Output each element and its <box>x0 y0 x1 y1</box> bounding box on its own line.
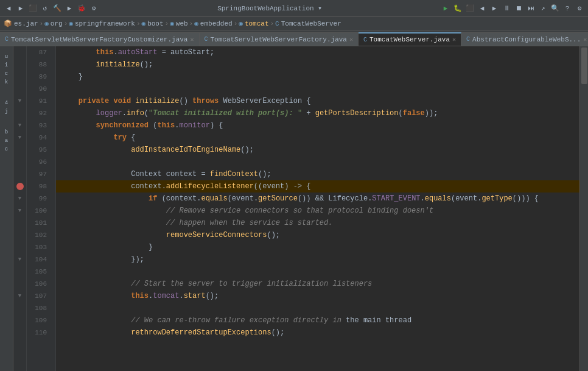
btn7[interactable]: 🐞 <box>76 3 87 14</box>
ln-89: 89 <box>27 71 51 83</box>
project-name: SpringBootWebApplication ▾ <box>100 4 439 12</box>
gutter-107[interactable]: ▼ <box>13 290 26 302</box>
code-line-97: Context context = findContext(); <box>56 168 579 180</box>
scroll-thumb[interactable] <box>581 48 587 84</box>
code-line-105 <box>56 266 579 278</box>
sidebar-ck[interactable]: c <box>5 71 8 77</box>
code-line-108 <box>56 302 579 314</box>
ln-95: 95 <box>27 144 51 156</box>
btn8[interactable]: ⚙ <box>88 3 99 14</box>
right-scrollbar[interactable] <box>579 46 588 371</box>
btn-more1[interactable]: ◀ <box>477 3 488 14</box>
breadcrumb-tomcat[interactable]: ◉ tomcat <box>239 19 268 27</box>
ln-110: 110 <box>27 327 51 339</box>
ln-101: 101 <box>27 217 51 229</box>
code-line-93: synchronized (this.monitor) { <box>56 119 579 132</box>
forward-btn[interactable]: ▶ <box>15 3 26 14</box>
gutter-88 <box>13 58 26 71</box>
tab-close-factory[interactable]: ✕ <box>349 36 353 43</box>
code-line-100: // Remove service connectors so that pro… <box>56 205 579 217</box>
back-btn[interactable]: ◀ <box>3 3 14 14</box>
gutter-93[interactable]: ▼ <box>13 119 26 132</box>
code-line-104: }); <box>56 253 579 266</box>
sidebar-4j[interactable]: 4 <box>5 100 8 106</box>
code-line-103: } <box>56 241 579 253</box>
debug-btn[interactable]: 🐛 <box>452 3 463 14</box>
btn-more4[interactable]: ⏹ <box>513 3 524 14</box>
btn-more9[interactable]: ⚙ <box>574 3 585 14</box>
tab-java-icon: C <box>5 36 9 43</box>
btn5[interactable]: 🔨 <box>52 3 63 14</box>
stop-btn[interactable]: ⬛ <box>464 3 475 14</box>
gutter-105 <box>13 266 26 278</box>
tab-java-icon2: C <box>205 36 208 43</box>
gutter-104[interactable]: ▼ <box>13 253 26 266</box>
code-content[interactable]: this.autoStart = autoStart; initialize()… <box>56 46 579 371</box>
btn6[interactable]: ▶ <box>64 3 75 14</box>
gutter-91[interactable]: ▼ <box>13 95 26 107</box>
fold-marker-99[interactable]: ▼ <box>18 196 21 202</box>
ln-100: 100 <box>27 205 51 217</box>
fold-marker-107[interactable]: ▼ <box>18 293 21 299</box>
btn3[interactable]: ⬛ <box>27 3 38 14</box>
breakpoint-98[interactable] <box>16 183 24 190</box>
code-line-109: // We can re-throw failure exception dir… <box>56 314 579 327</box>
ln-108: 108 <box>27 302 51 314</box>
ln-94: 94 <box>27 132 51 144</box>
ln-93: 93 <box>27 119 51 132</box>
breadcrumb-boot[interactable]: ◉ boot <box>142 19 164 27</box>
ln-92: 92 <box>27 107 51 119</box>
ln-105: 105 <box>27 266 51 278</box>
run-btn[interactable]: ▶ <box>440 3 451 14</box>
breadcrumb-embedded[interactable]: ◉ embedded <box>194 19 232 27</box>
gutter-area: ▼ ▼ ▼ ▼ ▼ ▼ ▼ <box>13 46 27 371</box>
btn-more5[interactable]: ⏭ <box>525 3 536 14</box>
sidebar-ick[interactable]: i <box>5 62 8 68</box>
tab-tomcatwebserver[interactable]: C TomcatWebServer.java ✕ <box>359 32 461 46</box>
sidebar-k[interactable]: k <box>5 79 8 85</box>
breadcrumb-web[interactable]: ◉ web <box>170 19 187 27</box>
gutter-94[interactable]: ▼ <box>13 132 26 144</box>
code-line-89: } <box>56 71 579 83</box>
btn-more7[interactable]: 🔍 <box>550 3 561 14</box>
breadcrumb-springframework[interactable]: ◉ springframework <box>69 19 135 27</box>
btn4[interactable]: ↺ <box>40 3 51 14</box>
tab-abstract[interactable]: C AbstractConfigurableWebS... ✕ <box>461 32 588 46</box>
gutter-89 <box>13 71 26 83</box>
gutter-102 <box>13 229 26 241</box>
breadcrumb-org[interactable]: ◉ org <box>44 19 62 27</box>
btn-more8[interactable]: ? <box>562 3 573 14</box>
breadcrumb-class[interactable]: C TomcatWebServer <box>275 20 341 27</box>
fold-marker-104[interactable]: ▼ <box>18 256 21 263</box>
fold-marker-94[interactable]: ▼ <box>18 135 21 141</box>
breadcrumb-jar[interactable]: 📦 es.jar <box>4 19 38 27</box>
btn-more6[interactable]: ↗ <box>537 3 548 14</box>
gutter-98[interactable] <box>13 180 26 193</box>
gutter-96 <box>13 156 26 168</box>
sidebar-uick[interactable]: u <box>5 54 8 60</box>
sidebar-bac[interactable]: b <box>5 129 8 135</box>
ln-98: 98 <box>27 180 51 193</box>
tab-close-customizer[interactable]: ✕ <box>190 36 194 43</box>
ln-103: 103 <box>27 241 51 253</box>
fold-marker-93[interactable]: ▼ <box>18 122 21 129</box>
btn-more3[interactable]: ⏸ <box>501 3 512 14</box>
tab-close-abstract[interactable]: ✕ <box>583 36 587 43</box>
gutter-87 <box>13 46 26 58</box>
tab-customizer[interactable]: C TomcatServletWebServerFactoryCustomize… <box>0 32 200 46</box>
gutter-100[interactable]: ▼ <box>13 205 26 217</box>
ln-104: 104 <box>27 253 51 266</box>
tab-java-icon4: C <box>466 36 470 43</box>
fold-marker-100[interactable]: ▼ <box>18 208 21 214</box>
code-line-99: if (context.equals(event.getSource()) &&… <box>56 193 579 205</box>
tab-close-tomcatwebserver[interactable]: ✕ <box>452 36 456 43</box>
gutter-90 <box>13 83 26 95</box>
code-line-92: logger.info("Tomcat initialized with por… <box>56 107 579 119</box>
ln-91: 91 <box>27 95 51 107</box>
ln-96: 96 <box>27 156 51 168</box>
fold-marker-91[interactable]: ▼ <box>18 98 21 104</box>
tabs-bar: C TomcatServletWebServerFactoryCustomize… <box>0 30 588 46</box>
btn-more2[interactable]: ▶ <box>489 3 500 14</box>
tab-factory[interactable]: C TomcatServletWebServerFactory.java ✕ <box>200 32 359 46</box>
gutter-99[interactable]: ▼ <box>13 193 26 205</box>
